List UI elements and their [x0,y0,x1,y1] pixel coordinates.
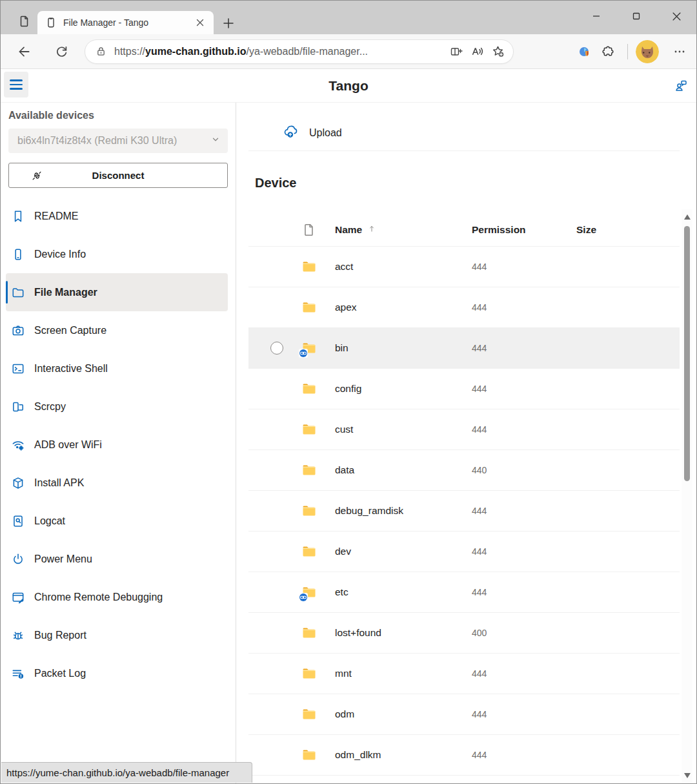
row-icon-cell [283,340,335,356]
file-name[interactable]: lost+found [335,627,472,639]
refresh-button[interactable] [50,40,73,63]
command-bar: Upload [248,103,680,151]
maximize-button[interactable] [616,1,656,32]
sidebar-item-file-manager[interactable]: File Manager [6,273,228,311]
log-search-icon [11,514,25,528]
url-text[interactable]: https://yume-chan.github.io/ya-webadb/fi… [114,46,446,57]
table-row[interactable]: mnt444 [248,654,680,694]
sidebar-item-label: Chrome Remote Debugging [34,592,163,603]
table-row[interactable]: odm444 [248,694,680,735]
table-row[interactable]: lost+found400 [248,613,680,654]
file-permission: 444 [472,668,576,679]
sidebar-item-install-apk[interactable]: Install APK [6,464,228,502]
extensions-icon[interactable] [596,40,620,63]
settings-more-icon[interactable] [668,40,691,63]
split-screen-icon[interactable] [446,40,467,63]
power-icon [11,552,25,566]
sidebar-item-packet-log[interactable]: Packet Log [6,654,228,692]
sidebar-item-scrcpy[interactable]: Scrcpy [6,387,228,426]
app-title: Tango [1,69,696,102]
address-bar[interactable]: https://yume-chan.github.io/ya-webadb/fi… [85,39,514,64]
disconnect-button[interactable]: Disconnect [8,163,228,188]
link-badge-icon [299,349,308,358]
sidebar-item-logcat[interactable]: Logcat [6,502,228,540]
name-column-header[interactable]: Name [335,224,472,236]
file-name[interactable]: cust [335,424,472,435]
row-radio-button[interactable] [270,342,283,355]
sidebar-item-screen-capture[interactable]: Screen Capture [6,311,228,349]
scrollbar-thumb[interactable] [684,226,690,481]
table-row[interactable]: cust444 [248,409,680,450]
file-permission: 444 [472,546,576,557]
file-name[interactable]: dev [335,546,472,557]
permission-column-header[interactable]: Permission [472,224,576,236]
file-name[interactable]: mnt [335,668,472,679]
browser-tab[interactable]: File Manager - Tango [37,11,214,34]
file-permission: 444 [472,750,576,760]
plug-disconnected-icon [31,170,43,181]
phone-icon [11,247,25,262]
toolbar-right-group [573,40,696,63]
read-aloud-icon[interactable] [467,40,487,63]
profile-avatar[interactable] [636,40,659,63]
row-icon-cell [283,707,335,722]
sidebar-item-power-menu[interactable]: Power Menu [6,540,228,578]
sidebar-item-chrome-remote-debugging[interactable]: Chrome Remote Debugging [6,578,228,616]
sidebar-item-bug-report[interactable]: Bug Report [6,616,228,654]
folder-icon [301,259,317,274]
lock-icon[interactable] [96,46,106,57]
table-row[interactable]: config444 [248,369,680,409]
row-icon-cell [283,381,335,397]
table-row[interactable]: odm_dlkm444 [248,735,680,776]
folder-icon [11,285,25,300]
scroll-up-icon[interactable] [682,212,692,222]
table-row[interactable]: acct444 [248,247,680,287]
vertical-scrollbar[interactable] [682,209,692,784]
scroll-down-icon[interactable] [682,770,692,781]
file-name[interactable]: acct [335,261,472,273]
favorites-star-icon[interactable] [487,40,508,63]
page-icon [18,15,31,30]
sidebar-item-label: Scrcpy [34,401,66,413]
table-row[interactable]: debug_ramdisk444 [248,491,680,531]
browser-essentials-icon[interactable] [573,40,596,63]
feedback-icon[interactable] [671,76,691,96]
upload-label: Upload [309,127,342,139]
file-permission: 444 [472,302,576,313]
file-name[interactable]: odm [335,708,472,720]
minimize-button[interactable] [576,1,616,32]
terminal-icon [11,362,25,376]
folder-icon [301,544,317,559]
file-name[interactable]: etc [335,586,472,598]
table-row[interactable]: data440 [248,450,680,491]
file-permission: 444 [472,424,576,435]
sidebar-item-adb-over-wifi[interactable]: ADB over WiFi [6,426,228,464]
selected-device-text: bi6x4ln7t4iz8t4x (Redmi K30 Ultra) [17,135,211,147]
size-column-header[interactable]: Size [576,224,680,236]
table-row[interactable]: apex444 [248,287,680,328]
table-row[interactable]: etc444 [248,572,680,613]
file-name[interactable]: odm_dlkm [335,749,472,761]
file-type-column-icon[interactable] [283,223,335,237]
sidebar-item-readme[interactable]: README [6,197,228,235]
upload-button[interactable]: Upload [277,119,348,147]
sidebar-item-interactive-shell[interactable]: Interactive Shell [6,349,228,387]
table-row[interactable]: bin444 [248,328,680,369]
file-name[interactable]: data [335,464,472,476]
tab-strip: File Manager - Tango [1,1,696,34]
file-name[interactable]: bin [335,342,472,354]
back-button[interactable] [12,40,35,63]
file-name[interactable]: config [335,383,472,395]
hamburger-menu-button[interactable] [4,72,28,98]
file-name[interactable]: apex [335,302,472,313]
tab-actions-button[interactable] [16,14,33,31]
table-row[interactable]: dev444 [248,531,680,572]
file-name[interactable]: debug_ramdisk [335,505,472,517]
sidebar-nav-list: READMEDevice InfoFile ManagerScreen Capt… [1,197,236,692]
close-button[interactable] [656,1,696,32]
main-panel: Upload Device Name Permission Size [236,103,696,784]
tab-close-icon[interactable] [193,15,207,30]
device-select-dropdown[interactable]: bi6x4ln7t4iz8t4x (Redmi K30 Ultra) [8,129,228,153]
new-tab-button[interactable] [220,15,237,32]
sidebar-item-device-info[interactable]: Device Info [6,235,228,273]
